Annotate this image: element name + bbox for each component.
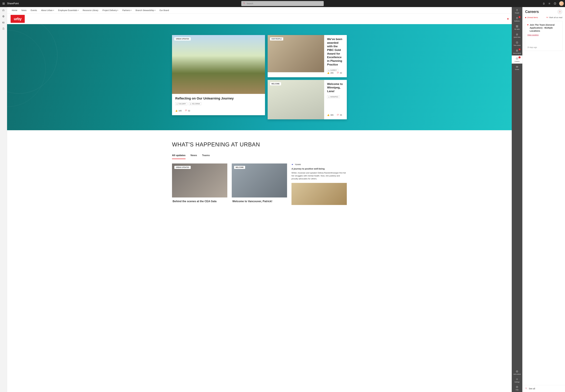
svg-point-9 (293, 164, 293, 164)
nav-events[interactable]: Events (31, 9, 37, 12)
likes[interactable]: 👍365 (327, 114, 333, 116)
image-icon[interactable] (2, 21, 5, 24)
app-launcher[interactable] (1, 1, 6, 6)
nav-about[interactable]: About Urban▾ (41, 9, 54, 12)
app-shell: Home News Events About Urban▾ Employee E… (0, 7, 565, 392)
tab-news[interactable]: News (191, 154, 197, 159)
card-image: URBAN UPDATES (172, 35, 265, 94)
util-careers[interactable]: 1Careers (512, 56, 522, 64)
util-myapps[interactable]: My apps (512, 23, 522, 31)
card-image: WELCOME (232, 164, 287, 197)
util-help[interactable]: Help (512, 384, 522, 392)
svg-rect-18 (516, 66, 518, 67)
chevron-down-icon: ▾ (53, 9, 54, 11)
panel-title: Careers (525, 10, 539, 14)
svg-point-19 (517, 67, 517, 67)
hero-side-card-1[interactable]: OUR PEOPLE We've been awarded with the P… (268, 35, 347, 77)
site-logo[interactable]: urby (11, 15, 25, 23)
mark-all-read[interactable]: Mark all as read (546, 16, 562, 19)
location-tag: KELOWNA (189, 102, 201, 105)
util-people[interactable]: People (512, 7, 522, 15)
util-newprojects[interactable]: 3New projects (512, 48, 522, 56)
logo-text: urby (14, 17, 21, 21)
help-icon[interactable] (553, 2, 556, 5)
search-input[interactable] (247, 2, 322, 5)
likes[interactable]: 👍265 (327, 72, 333, 74)
chevron-down-icon: ▾ (78, 9, 79, 11)
thumb-icon: 👍 (175, 110, 178, 112)
badge: 3 (519, 48, 521, 50)
svg-rect-8 (292, 164, 293, 165)
careers-item[interactable]: Join The Team (General Application) - Mu… (525, 21, 563, 51)
nav-employee[interactable]: Employee Essentials▾ (58, 9, 79, 12)
user-avatar[interactable] (559, 1, 564, 6)
search-box[interactable] (241, 1, 324, 6)
util-add-content[interactable]: Add content (512, 369, 522, 376)
settings-icon[interactable] (548, 2, 551, 5)
nav-partners[interactable]: Partners▾ (122, 9, 131, 12)
tab-teams[interactable]: Teams (202, 154, 210, 159)
home-icon[interactable] (2, 9, 5, 12)
chevron-down-icon: ▾ (155, 9, 155, 11)
nav-project[interactable]: Project Delivery▾ (102, 9, 118, 12)
globe-icon[interactable] (2, 15, 5, 18)
document-icon[interactable] (2, 27, 5, 30)
category-pill: WELCOME (234, 166, 245, 169)
collapse-panel-button[interactable] (557, 9, 562, 14)
util-quicklinks[interactable]: Quick links (512, 31, 522, 40)
nav-label: Project Delivery (102, 9, 117, 12)
card-title: We've been awarded with the PIBC Gold Aw… (327, 37, 344, 67)
careers-item-title: Join The Team (General Application) - Mu… (527, 23, 560, 32)
nav-home[interactable]: Home (12, 9, 17, 12)
favorite-star-icon[interactable]: ★ (507, 17, 509, 20)
svg-point-10 (517, 9, 517, 10)
likes[interactable]: 👍165 (175, 109, 182, 112)
search-wrap (241, 1, 324, 6)
happening-teams-card[interactable]: TEAMS A journey to positive well-being W… (291, 164, 347, 205)
nav-resource[interactable]: Resource Library (83, 9, 98, 12)
nav-news[interactable]: News (21, 9, 27, 12)
badge: 1 (519, 56, 521, 58)
util-timezones[interactable]: Time zones (512, 40, 522, 48)
util-grants[interactable]: Grants (512, 64, 522, 72)
notifications-icon[interactable] (542, 2, 545, 5)
location-tag: CALGARY (175, 102, 187, 105)
view-posting-link[interactable]: View posting (527, 34, 560, 36)
svg-line-25 (526, 389, 527, 389)
thumb-icon: 👍 (327, 72, 330, 74)
hero-side-card-2[interactable]: WELCOME Welcome to Winnipeg, Lana! WINNI… (268, 80, 347, 119)
happening-section: WHAT'S HAPPENING AT URBAN All updates Ne… (167, 130, 352, 211)
tab-all-updates[interactable]: All updates (172, 154, 186, 159)
card-title: Reflecting on Our Unlearning Journey (175, 97, 262, 100)
svg-rect-13 (516, 27, 517, 27)
top-nav: Home News Events About Urban▾ Employee E… (7, 7, 512, 14)
happening-tabs: All updates News Teams (172, 154, 347, 159)
category-pill: URBAN UPDATES (174, 37, 191, 41)
section-heading: WHAT'S HAPPENING AT URBAN (172, 141, 347, 148)
comment-icon (337, 72, 339, 74)
location-tag: SURREY (327, 69, 338, 72)
util-bulletins[interactable]: 2Bulletins (512, 15, 522, 23)
hero-lead-card[interactable]: URBAN UPDATES Reflecting on Our Unlearni… (172, 35, 265, 115)
svg-line-1 (244, 3, 245, 4)
see-all-link[interactable]: See all (523, 385, 565, 392)
careers-panel: Careers Unread items Mark all as read Jo… (522, 7, 565, 392)
happening-card-2[interactable]: WELCOME Welcome to Vancouver, Patrick! (232, 164, 287, 205)
svg-rect-6 (2, 22, 4, 23)
teams-headline: A journey to positive well-being (291, 168, 347, 170)
mark-read-icon (546, 16, 548, 19)
nav-branch[interactable]: Branch Stewardship▾ (136, 9, 155, 12)
comments[interactable]: 32 (185, 109, 190, 112)
comments[interactable]: 43 (337, 72, 342, 74)
chevron-down-icon: ▾ (117, 9, 118, 11)
unread-indicator: Unread items (525, 16, 538, 18)
util-settings[interactable]: Settings (512, 376, 522, 384)
svg-point-24 (525, 388, 527, 389)
comments[interactable]: 35 (337, 114, 342, 116)
comment-icon (185, 109, 187, 112)
svg-rect-12 (517, 26, 518, 26)
card-image: WELCOME (268, 80, 324, 119)
nav-brand[interactable]: Our Brand (160, 9, 169, 12)
happening-card-1[interactable]: URBAN UPDATES Behind the scenes at the C… (172, 164, 227, 205)
thumb-icon: 👍 (327, 114, 330, 116)
